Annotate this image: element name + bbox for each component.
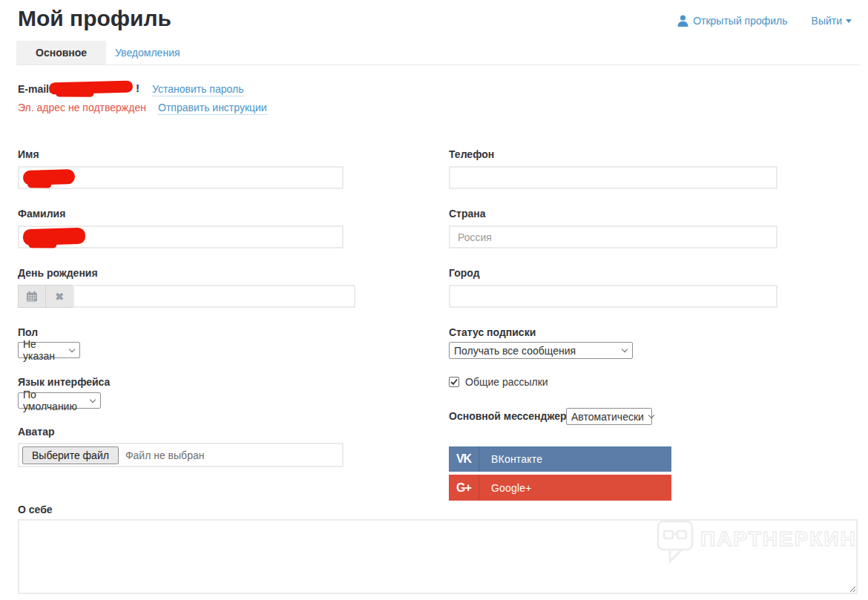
calendar-icon [26, 291, 38, 302]
tabs-divider [18, 65, 861, 65]
checkmark-icon [450, 378, 458, 386]
choose-file-button[interactable]: Выберите файл [22, 446, 119, 464]
city-label: Город [449, 267, 480, 279]
general-mailings-checkbox[interactable] [449, 377, 459, 387]
language-label: Язык интерфейса [18, 376, 110, 388]
logout-label: Выйти [812, 15, 842, 27]
clear-date-button[interactable]: ✖ [45, 285, 73, 308]
partnerkin-logo-icon [656, 519, 694, 570]
calendar-button[interactable] [18, 285, 46, 308]
messenger-selected-value: Автоматически [571, 411, 644, 423]
general-mailings-row: Общие рассылки [449, 376, 548, 388]
vk-connect-button[interactable]: VK ВКонтакте [449, 446, 671, 472]
last-name-redaction [23, 228, 86, 245]
about-label: О себе [18, 504, 53, 515]
phone-label: Телефон [449, 148, 494, 160]
avatar-file-input[interactable]: Выберите файл Файл не выбран [18, 443, 343, 467]
file-status-text: Файл не выбран [125, 449, 205, 461]
page-title: Мой профиль [18, 6, 171, 31]
partnerkin-watermark-text: ПАРТНЕРКИН [700, 527, 857, 551]
header-links: Открытый профиль Выйти [677, 15, 852, 27]
google-plus-icon: G+ [449, 475, 479, 501]
subscription-selected-value: Получать все сообщения [454, 345, 576, 357]
country-input[interactable] [449, 225, 777, 248]
birthday-input[interactable] [73, 285, 355, 308]
gender-select[interactable]: Не указан [18, 342, 80, 358]
email-label: E-mail: [18, 83, 53, 95]
tab-notifications[interactable]: Уведомления [93, 41, 203, 65]
google-button-label: Google+ [491, 482, 532, 494]
google-plus-connect-button[interactable]: G+ Google+ [449, 475, 671, 501]
vk-button-label: ВКонтакте [491, 453, 542, 465]
language-select[interactable]: По умолчанию [18, 392, 101, 409]
chevron-down-icon [69, 346, 75, 352]
gender-label: Пол [18, 326, 38, 338]
email-not-confirmed-text: Эл. адрес не подтвержден [18, 102, 146, 113]
person-icon [677, 15, 688, 27]
profile-page: Мой профиль Открытый профиль Выйти Основ… [0, 0, 868, 600]
email-redaction [49, 80, 133, 94]
clear-icon: ✖ [55, 291, 64, 302]
chevron-down-icon [622, 346, 628, 352]
chevron-down-icon [90, 396, 96, 402]
vk-icon: VK [449, 446, 479, 472]
birthday-label: День рождения [18, 267, 98, 279]
send-instructions-link[interactable]: Отправить инструкции [158, 102, 267, 115]
phone-input[interactable] [449, 166, 777, 189]
avatar-label: Аватар [18, 426, 55, 438]
logout-link[interactable]: Выйти [812, 15, 852, 27]
chevron-down-icon [846, 19, 852, 23]
subscription-select[interactable]: Получать все сообщения [449, 342, 633, 359]
open-profile-link[interactable]: Открытый профиль [677, 15, 787, 27]
messenger-label: Основной мессенджер [449, 410, 567, 422]
open-profile-label: Открытый профиль [693, 15, 787, 27]
email-exclamation: ! [136, 82, 139, 94]
first-name-label: Имя [18, 148, 39, 160]
chevron-down-icon [648, 412, 654, 418]
country-label: Страна [449, 208, 486, 220]
city-input[interactable] [449, 285, 777, 308]
gender-selected-value: Не указан [23, 338, 65, 362]
subscription-label: Статус подписки [449, 326, 536, 338]
last-name-label: Фамилия [18, 208, 65, 220]
set-password-link[interactable]: Установить пароль [152, 83, 243, 96]
first-name-redaction [23, 169, 76, 185]
language-selected-value: По умолчанию [23, 389, 85, 412]
messenger-select[interactable]: Автоматически [566, 408, 652, 425]
general-mailings-label: Общие рассылки [465, 376, 548, 388]
